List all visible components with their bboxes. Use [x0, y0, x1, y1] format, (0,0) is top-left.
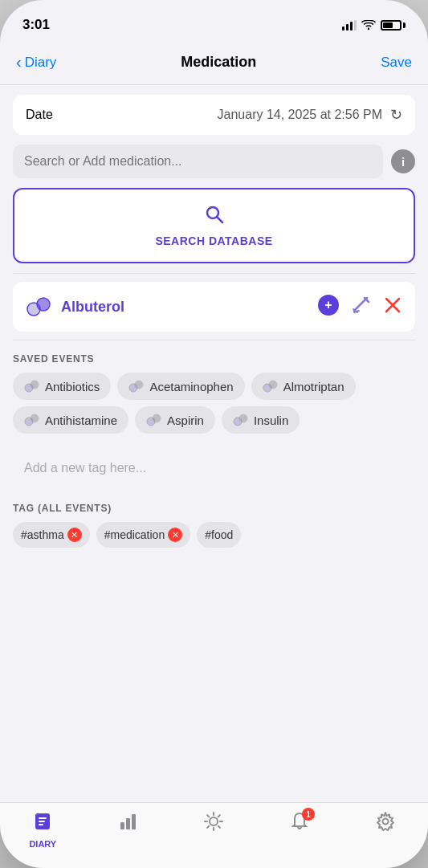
notification-badge: 1: [302, 808, 315, 821]
tag-label: Insulin: [254, 414, 288, 427]
remove-tag-button[interactable]: ✕: [168, 528, 182, 542]
svg-line-45: [208, 826, 210, 828]
phone-shell: 3:01: [0, 0, 428, 868]
svg-rect-2: [350, 22, 353, 31]
tab-weather[interactable]: [190, 811, 238, 839]
search-input[interactable]: [24, 154, 372, 169]
svg-rect-0: [342, 26, 344, 31]
pill-icon: [24, 378, 40, 394]
search-db-icon: [204, 204, 225, 230]
date-section: Date January 14, 2025 at 2:56 PM ↻: [13, 95, 415, 135]
tag-label: Aspirin: [167, 414, 204, 427]
pill-icon: [24, 412, 40, 428]
divider-2: [13, 340, 415, 340]
tag-label: Acetaminophen: [149, 380, 233, 393]
battery-icon: [381, 20, 406, 31]
list-item[interactable]: Antihistamine: [13, 406, 128, 434]
medication-row: Albuterol +: [13, 282, 415, 332]
svg-rect-35: [126, 818, 130, 829]
date-value: January 14, 2025 at 2:56 PM: [218, 108, 382, 122]
list-item[interactable]: Almotriptan: [251, 373, 356, 400]
tab-settings[interactable]: [361, 811, 410, 839]
list-item[interactable]: Insulin: [222, 406, 300, 434]
svg-rect-36: [132, 814, 136, 829]
medication-actions: +: [317, 294, 402, 320]
date-row: Date January 14, 2025 at 2:56 PM ↻: [13, 95, 415, 135]
tag-text: #asthma: [21, 528, 64, 541]
svg-point-21: [135, 381, 143, 389]
weather-icon: [203, 811, 224, 837]
svg-point-4: [368, 27, 369, 29]
pill-icon: [146, 412, 162, 428]
stats-icon: [118, 811, 139, 837]
search-input-wrap: [13, 145, 383, 178]
delete-medication-button[interactable]: [383, 295, 402, 318]
svg-text:+: +: [324, 298, 332, 312]
svg-rect-33: [39, 824, 43, 825]
saved-events-title: SAVED EVENTS: [13, 353, 415, 365]
add-tag-placeholder: Add a new tag here...: [24, 461, 146, 475]
tag-label: Antihistamine: [45, 414, 117, 427]
main-content: Date January 14, 2025 at 2:56 PM ↻ i: [0, 85, 428, 802]
medication-name: Albuterol: [61, 299, 309, 316]
tag-label: Antibiotics: [45, 380, 100, 393]
svg-point-27: [153, 414, 161, 422]
saved-events-section: SAVED EVENTS Antibiotics Acetaminophen: [13, 353, 415, 434]
svg-line-13: [354, 298, 367, 311]
wifi-icon: [361, 20, 376, 31]
svg-rect-1: [346, 24, 349, 31]
medication-icon: [26, 293, 53, 320]
pill-icon: [263, 378, 279, 394]
status-bar: 3:01: [0, 0, 428, 40]
date-label: Date: [26, 108, 53, 122]
tab-diary[interactable]: DIARY: [18, 811, 67, 849]
search-db-label: SEARCH DATABASE: [155, 234, 272, 247]
svg-line-42: [208, 815, 210, 817]
tab-stats[interactable]: [104, 811, 153, 839]
list-item[interactable]: #food: [197, 522, 241, 548]
diary-icon: [32, 811, 53, 837]
info-button[interactable]: i: [391, 149, 415, 173]
svg-line-44: [218, 815, 220, 817]
signal-icon: [342, 20, 357, 31]
chevron-left-icon: ‹: [16, 53, 22, 71]
tag-text: #food: [205, 528, 233, 541]
svg-point-23: [269, 381, 277, 389]
tag-all-events-title: TAG (ALL EVENTS): [13, 503, 415, 514]
svg-rect-31: [39, 817, 47, 819]
search-section: i: [13, 145, 415, 178]
back-label: Diary: [25, 55, 57, 71]
list-item[interactable]: Antibiotics: [13, 373, 111, 400]
nav-bar: ‹ Diary Medication Save: [0, 40, 428, 85]
list-item[interactable]: #asthma ✕: [13, 522, 90, 548]
edit-medication-button[interactable]: [351, 295, 372, 319]
save-button[interactable]: Save: [381, 55, 412, 71]
refresh-icon[interactable]: ↻: [390, 106, 402, 124]
list-item[interactable]: Acetaminophen: [117, 373, 244, 400]
tab-diary-label: DIARY: [29, 839, 56, 849]
tag-label: Almotriptan: [283, 380, 344, 393]
bottom-tags: #asthma ✕ #medication ✕ #food: [13, 522, 415, 556]
divider: [13, 273, 415, 274]
list-item[interactable]: Aspirin: [135, 406, 215, 434]
back-button[interactable]: ‹ Diary: [16, 53, 56, 71]
add-medication-button[interactable]: +: [317, 294, 340, 320]
svg-point-37: [210, 817, 218, 825]
svg-point-46: [382, 819, 388, 825]
pill-icon: [128, 378, 145, 394]
remove-tag-button[interactable]: ✕: [67, 528, 82, 542]
search-database-button[interactable]: SEARCH DATABASE: [13, 188, 415, 263]
tab-alerts[interactable]: 1: [275, 811, 324, 839]
svg-point-19: [31, 381, 39, 389]
svg-point-25: [31, 414, 39, 422]
date-value-wrap: January 14, 2025 at 2:56 PM ↻: [218, 106, 402, 124]
svg-line-6: [217, 218, 222, 223]
svg-rect-34: [120, 822, 124, 829]
svg-rect-3: [354, 20, 357, 31]
status-time: 3:01: [22, 17, 50, 33]
add-tag-box[interactable]: Add a new tag here...: [13, 446, 415, 490]
tag-all-events-section: TAG (ALL EVENTS) #asthma ✕ #medication ✕…: [13, 503, 415, 556]
list-item[interactable]: #medication ✕: [96, 522, 191, 548]
svg-point-29: [239, 414, 247, 422]
tab-bar: DIARY: [0, 802, 428, 868]
